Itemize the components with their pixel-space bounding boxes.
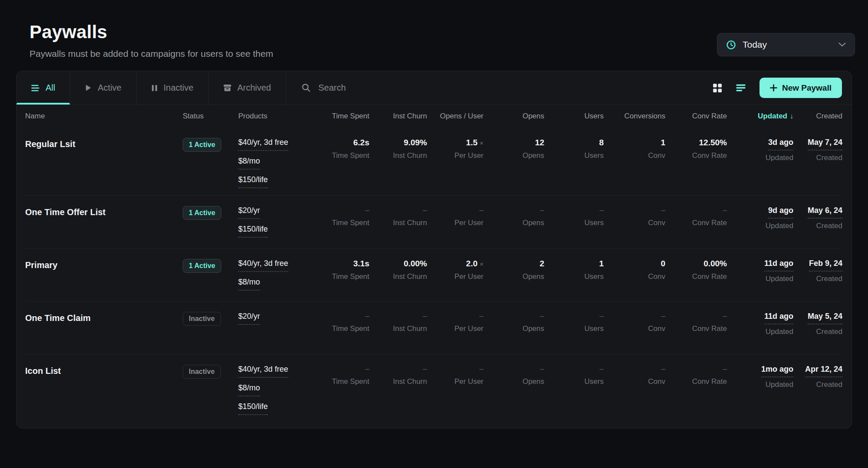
tab-active[interactable]: Active: [70, 71, 136, 105]
metric-value: –: [483, 312, 544, 321]
metric-label: Users: [544, 219, 604, 227]
column-header-products[interactable]: Products: [238, 112, 314, 121]
updated-label: Updated: [727, 327, 793, 336]
metric-value: 1: [544, 259, 604, 268]
metric-label: Time Spent: [314, 324, 369, 333]
created-label: Created: [793, 275, 842, 283]
created-value[interactable]: May 7, 24: [808, 138, 842, 151]
created-value[interactable]: May 6, 24: [808, 206, 842, 219]
list-view-icon: [736, 84, 746, 92]
column-header-inst-churn[interactable]: Inst Churn: [369, 112, 427, 121]
column-header-updated[interactable]: Updated↓: [727, 112, 793, 121]
table-row[interactable]: One Time Offer List1 Active$20/yr$150/li…: [25, 195, 842, 248]
page-header-text: Paywalls Paywalls must be added to campa…: [30, 22, 273, 59]
metric-label: Users: [544, 272, 604, 281]
metric-cell: 6.2sTime Spent: [314, 138, 369, 188]
created-cell: May 5, 24Created: [793, 312, 842, 347]
metric-suffix: ×: [480, 260, 483, 268]
metric-label: Conv Rate: [665, 151, 727, 160]
product-price[interactable]: $40/yr, 3d free: [238, 138, 288, 151]
metric-label: Time Spent: [314, 151, 369, 160]
grid-view-icon: [713, 83, 722, 93]
chevron-down-icon: [838, 43, 846, 47]
product-price[interactable]: $8/mo: [238, 278, 260, 291]
name-cell: Regular Lsit: [25, 138, 183, 188]
created-cell: Apr 12, 24Created: [793, 365, 842, 415]
metric-cell: 9.09%Inst Churn: [369, 138, 427, 188]
metric-cell: –Opens: [483, 206, 544, 241]
metric-cell: –Users: [544, 312, 604, 347]
updated-value[interactable]: 3d ago: [768, 138, 793, 151]
column-header-conv-rate[interactable]: Conv Rate: [665, 112, 727, 121]
metric-label: Inst Churn: [369, 272, 427, 281]
metric-label: Opens: [483, 377, 544, 386]
new-paywall-button[interactable]: New Paywall: [760, 78, 842, 98]
product-price[interactable]: $8/mo: [238, 383, 260, 396]
tab-archived[interactable]: Archived: [209, 71, 286, 105]
column-header-opens[interactable]: Opens: [483, 112, 544, 121]
column-header-created[interactable]: Created: [793, 112, 842, 121]
period-selector[interactable]: Today: [717, 33, 855, 56]
list-view-button[interactable]: [735, 83, 746, 92]
product-price[interactable]: $40/yr, 3d free: [238, 259, 288, 272]
paywall-name: One Time Offer List: [25, 206, 183, 217]
created-value[interactable]: Feb 9, 24: [809, 259, 842, 272]
product-price[interactable]: $150/life: [238, 402, 268, 415]
metric-cell: 12.50%Conv Rate: [665, 138, 727, 188]
grid-view-button[interactable]: [712, 82, 723, 94]
tab-inactive[interactable]: Inactive: [137, 71, 209, 105]
metric-label: Users: [544, 151, 604, 160]
product-price[interactable]: $150/life: [238, 175, 268, 188]
metric-label: Users: [544, 377, 604, 386]
table-row[interactable]: One Time ClaimInactive$20/yr–Time Spent–…: [25, 301, 842, 354]
table-row[interactable]: Regular Lsit1 Active$40/yr, 3d free$8/mo…: [25, 128, 842, 195]
metric-value: –: [369, 365, 427, 373]
product-price[interactable]: $20/yr: [238, 312, 260, 325]
updated-label: Updated: [727, 154, 793, 162]
new-paywall-label: New Paywall: [782, 83, 832, 93]
status-cell: Inactive: [183, 365, 238, 415]
metric-cell: –Conv: [604, 365, 665, 415]
column-header-opens-user[interactable]: Opens / User: [427, 112, 483, 121]
tab-label: Archived: [237, 83, 271, 93]
metric-cell: –Conv: [604, 312, 665, 347]
column-header-status[interactable]: Status: [183, 112, 238, 121]
metric-label: Time Spent: [314, 272, 369, 281]
updated-value[interactable]: 9d ago: [768, 206, 793, 219]
metric-label: Conv: [604, 377, 665, 386]
column-header-name[interactable]: Name: [25, 112, 183, 121]
column-header-label: Time Spent: [332, 112, 369, 120]
created-value[interactable]: Apr 12, 24: [805, 365, 842, 377]
tab-all[interactable]: All: [16, 71, 70, 105]
metric-cell: 0.00%Inst Churn: [369, 259, 427, 294]
metric-cell: –Conv: [604, 206, 665, 241]
product-price[interactable]: $150/life: [238, 225, 268, 238]
status-cell: 1 Active: [183, 138, 238, 188]
search-input[interactable]: [318, 83, 564, 93]
updated-value[interactable]: 11d ago: [764, 312, 793, 324]
metric-label: Time Spent: [314, 377, 369, 386]
table-row[interactable]: Icon ListInactive$40/yr, 3d free$8/mo$15…: [25, 354, 842, 422]
product-price[interactable]: $8/mo: [238, 157, 260, 170]
updated-value[interactable]: 1mo ago: [761, 365, 793, 377]
table-row[interactable]: Primary1 Active$40/yr, 3d free$8/mo3.1sT…: [25, 248, 842, 301]
column-header-label: Opens / User: [440, 112, 483, 120]
metric-cell: 1Users: [544, 259, 604, 294]
column-header-time-spent[interactable]: Time Spent: [314, 112, 369, 121]
column-header-label: Conversions: [625, 112, 666, 120]
metric-value: 12.50%: [665, 138, 727, 147]
created-value[interactable]: May 5, 24: [808, 312, 842, 324]
updated-cell: 1mo agoUpdated: [727, 365, 793, 415]
tab-label: Active: [98, 83, 121, 93]
column-header-conversions[interactable]: Conversions: [604, 112, 665, 121]
metric-label: Inst Churn: [369, 377, 427, 386]
created-label: Created: [793, 327, 842, 336]
metric-value: –: [314, 365, 369, 373]
product-price[interactable]: $40/yr, 3d free: [238, 365, 288, 378]
product-price[interactable]: $20/yr: [238, 206, 260, 219]
metric-cell: –Time Spent: [314, 312, 369, 347]
column-header-users[interactable]: Users: [544, 112, 604, 121]
updated-value[interactable]: 11d ago: [764, 259, 793, 272]
tab-bar: All Active Inactive Archived: [16, 71, 852, 105]
metric-cell: –Inst Churn: [369, 206, 427, 241]
